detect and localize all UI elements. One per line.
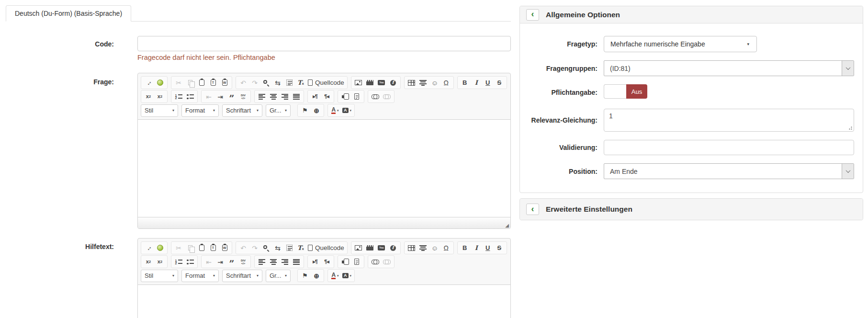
paste-button[interactable] xyxy=(196,77,207,88)
special-character-button[interactable]: Ω xyxy=(440,242,452,253)
subscript-button[interactable]: x2 xyxy=(143,256,154,267)
lime-replacement-fields-button[interactable] xyxy=(154,242,166,253)
general-options-collapse-button[interactable]: ‹ xyxy=(526,9,539,21)
align-left-button[interactable] xyxy=(256,91,268,102)
embed-container-button[interactable] xyxy=(339,256,351,267)
question-type-dropdown[interactable]: Mehrfache numerische Eingabe ▾ xyxy=(604,36,757,52)
justify-button[interactable] xyxy=(291,91,302,102)
bold-button[interactable]: B xyxy=(459,77,471,88)
select-all-button[interactable] xyxy=(283,77,295,88)
paste-button[interactable] xyxy=(196,242,207,253)
strikethrough-button[interactable]: S xyxy=(494,77,505,88)
page-template-button[interactable] xyxy=(351,91,362,102)
font-combo[interactable]: Schriftart▾ xyxy=(222,270,262,282)
special-character-button[interactable]: Ω xyxy=(440,77,452,88)
image-button[interactable] xyxy=(353,242,364,253)
smiley-button[interactable]: ☺ xyxy=(429,77,440,88)
anchor-flag-button[interactable]: ⚑ xyxy=(299,105,311,116)
div-container-button[interactable]: DIV</> xyxy=(237,256,249,267)
format-combo[interactable]: Format▾ xyxy=(181,270,219,282)
paste-as-plain-text-button[interactable] xyxy=(207,77,219,88)
relevance-equation-textarea[interactable]: 1 xyxy=(604,109,854,132)
maximize-button[interactable]: ↔ xyxy=(143,242,154,253)
text-direction-ltr-button[interactable]: ▸¶ xyxy=(309,256,321,267)
justify-button[interactable] xyxy=(291,256,302,267)
find-button[interactable] xyxy=(260,242,272,253)
validation-input[interactable] xyxy=(604,140,854,155)
underline-button[interactable]: U xyxy=(482,242,494,253)
anchor-flag-button[interactable]: ⚑ xyxy=(299,270,311,281)
advanced-settings-collapse-button[interactable]: ‹ xyxy=(526,204,539,215)
blockquote-button[interactable]: ” xyxy=(226,91,237,102)
flash-button[interactable]: f xyxy=(387,77,399,88)
align-center-button[interactable] xyxy=(268,91,279,102)
horizontal-rule-button[interactable] xyxy=(417,242,429,253)
blockquote-button[interactable]: ” xyxy=(226,256,237,267)
text-color-button[interactable]: A▾ xyxy=(329,105,341,116)
paste-as-plain-text-button[interactable] xyxy=(207,242,219,253)
align-left-button[interactable] xyxy=(256,256,268,267)
background-color-button[interactable]: A▾ xyxy=(341,270,353,281)
background-color-button[interactable]: A▾ xyxy=(341,105,353,116)
align-right-button[interactable] xyxy=(279,256,291,267)
source-code-button[interactable]: Quellcode xyxy=(306,242,346,253)
select-all-button[interactable] xyxy=(283,242,295,253)
italic-button[interactable]: I xyxy=(471,242,482,253)
increase-indent-button[interactable]: ⇥ xyxy=(214,256,226,267)
underline-button[interactable]: U xyxy=(482,77,494,88)
font-size-combo[interactable]: Gr...▾ xyxy=(266,104,291,117)
style-combo[interactable]: Stil▾ xyxy=(141,270,178,282)
smiley-button[interactable]: ☺ xyxy=(429,242,440,253)
strikethrough-button[interactable]: S xyxy=(494,242,505,253)
question-editor-content[interactable] xyxy=(138,120,510,217)
page-template-button[interactable] xyxy=(351,256,362,267)
flash-button[interactable]: f xyxy=(387,242,399,253)
align-right-button[interactable] xyxy=(279,91,291,102)
superscript-button[interactable]: x2 xyxy=(154,256,166,267)
link-button[interactable] xyxy=(370,91,381,102)
code-input[interactable] xyxy=(137,36,511,51)
paste-from-word-button[interactable] xyxy=(219,77,230,88)
position-select[interactable]: Am Ende xyxy=(604,163,854,179)
language-globe-button[interactable]: ⊕ xyxy=(311,270,322,281)
media-button[interactable] xyxy=(364,242,376,253)
resize-grip-icon[interactable]: ◢ xyxy=(505,223,509,228)
source-code-button[interactable]: Quellcode xyxy=(306,77,346,88)
youtube-button[interactable]: You xyxy=(376,77,387,88)
find-button[interactable] xyxy=(260,77,272,88)
lime-replacement-fields-button[interactable] xyxy=(154,77,166,88)
text-direction-rtl-button[interactable]: ¶◂ xyxy=(321,91,332,102)
table-button[interactable] xyxy=(406,77,417,88)
embed-container-button[interactable] xyxy=(339,91,351,102)
horizontal-rule-button[interactable] xyxy=(417,77,429,88)
mandatory-toggle[interactable]: Aus xyxy=(604,84,647,99)
align-center-button[interactable] xyxy=(268,256,279,267)
subscript-button[interactable]: x2 xyxy=(143,91,154,102)
remove-format-button[interactable]: Tx xyxy=(295,242,306,253)
style-combo[interactable]: Stil▾ xyxy=(141,104,178,117)
increase-indent-button[interactable]: ⇥ xyxy=(214,91,226,102)
div-container-button[interactable]: DIV</> xyxy=(237,91,249,102)
help-editor-content[interactable] xyxy=(138,285,510,318)
language-globe-button[interactable]: ⊕ xyxy=(311,105,322,116)
image-button[interactable] xyxy=(353,77,364,88)
youtube-button[interactable]: You xyxy=(376,242,387,253)
replace-button[interactable]: ⇆ xyxy=(272,242,283,253)
table-button[interactable] xyxy=(406,242,417,253)
numbered-list-button[interactable]: 12 xyxy=(173,91,184,102)
bulleted-list-button[interactable] xyxy=(184,256,196,267)
italic-button[interactable]: I xyxy=(471,77,482,88)
language-tab[interactable]: Deutsch (Du-Form) (Basis-Sprache) xyxy=(6,5,131,22)
text-direction-ltr-button[interactable]: ▸¶ xyxy=(309,91,321,102)
maximize-button[interactable]: ↔ xyxy=(143,77,154,88)
font-size-combo[interactable]: Gr...▾ xyxy=(266,270,291,282)
replace-button[interactable]: ⇆ xyxy=(272,77,283,88)
format-combo[interactable]: Format▾ xyxy=(181,104,219,117)
font-combo[interactable]: Schriftart▾ xyxy=(222,104,262,117)
numbered-list-button[interactable]: 12 xyxy=(173,256,184,267)
text-direction-rtl-button[interactable]: ¶◂ xyxy=(321,256,332,267)
remove-format-button[interactable]: Tx xyxy=(295,77,306,88)
bold-button[interactable]: B xyxy=(459,242,471,253)
question-group-select[interactable]: (ID:81) xyxy=(604,60,854,76)
bulleted-list-button[interactable] xyxy=(184,91,196,102)
